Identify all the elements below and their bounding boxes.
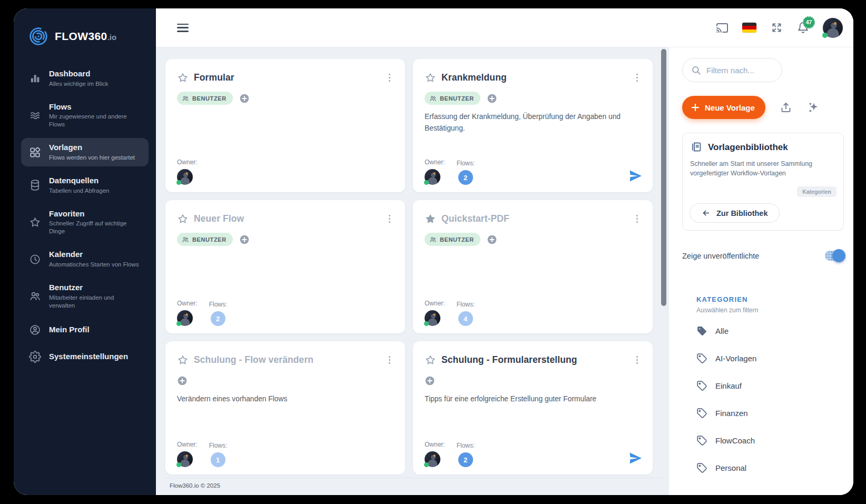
card-menu-button[interactable]: [386, 72, 393, 84]
add-tag-button[interactable]: [239, 234, 250, 245]
category-einkauf[interactable]: Einkauf: [696, 380, 844, 391]
library-description: Schneller am Start mit unserer Sammlung …: [690, 159, 836, 178]
card-menu-button[interactable]: [386, 354, 393, 366]
vertical-scrollbar[interactable]: [661, 49, 666, 306]
topbar: 47: [156, 8, 853, 47]
favorite-star-icon[interactable]: [177, 213, 189, 225]
card-schulung-flow-veraendern[interactable]: Schulung - Flow verändern Verändern eine…: [165, 341, 405, 475]
favorite-star-icon[interactable]: [177, 354, 189, 366]
tag-icon: [696, 353, 707, 364]
sidebar: FLOW360.io DashboardAlles wichtige im Bl…: [14, 8, 156, 495]
card-title: Quickstart-PDF: [441, 213, 509, 224]
favorite-star-icon-filled[interactable]: [425, 213, 436, 225]
sidebar-item-benutzer[interactable]: BenutzerMitarbeiter einladen und verwalt…: [21, 278, 149, 314]
sidebar-item-vorlagen[interactable]: VorlagenFlows werden von hier gestartet: [21, 138, 149, 166]
add-tag-button[interactable]: [177, 375, 188, 386]
card-formular[interactable]: Formular BENUTZER Owner:: [165, 59, 405, 192]
upload-template-icon[interactable]: [779, 101, 793, 114]
template-library-card: Vorlagenbibliothek Schneller am Start mi…: [682, 133, 844, 231]
owner-avatar[interactable]: [177, 169, 193, 185]
tag-icon: [696, 435, 707, 446]
categories-heading: KATEGORIEN: [696, 295, 844, 303]
brand-suffix: .io: [107, 33, 117, 42]
category-ai-vorlagen[interactable]: AI-Vorlagen: [696, 353, 844, 364]
owner-avatar[interactable]: [177, 310, 193, 326]
benutzer-badge: BENUTZER: [177, 92, 233, 105]
owner-avatar[interactable]: [425, 310, 440, 326]
card-quickstart-pdf[interactable]: Quickstart-PDF BENUTZER Owner:: [413, 200, 653, 333]
sidebar-item-kalender[interactable]: KalenderAutomatisches Starten von Flows: [21, 245, 149, 273]
add-tag-button[interactable]: [487, 234, 497, 245]
library-title: Vorlagenbibliothek: [708, 142, 788, 153]
card-title: Neuer Flow: [194, 213, 244, 224]
library-book-icon: [690, 141, 703, 154]
flows-count-badge: 1: [211, 452, 225, 467]
send-flow-icon[interactable]: [628, 169, 642, 183]
language-flag-german[interactable]: [742, 23, 756, 33]
card-schulung-formularerstellung[interactable]: Schulung - Formularerstellung Tipps für …: [413, 341, 653, 475]
favorite-star-icon[interactable]: [425, 354, 436, 366]
card-neuer-flow[interactable]: Neuer Flow BENUTZER Owner:: [165, 200, 405, 333]
owner-label: Owner:: [177, 441, 198, 448]
gear-icon: [28, 351, 41, 363]
card-krankmeldung[interactable]: Krankmeldung BENUTZER Erfassung der Kran…: [413, 59, 653, 192]
users-icon: [28, 290, 41, 302]
category-personal[interactable]: Personal: [696, 462, 844, 473]
category-finanzen[interactable]: Finanzen: [696, 408, 844, 419]
owner-avatar[interactable]: [177, 451, 193, 467]
notifications-bell-icon[interactable]: 47: [796, 22, 809, 34]
card-title: Formular: [194, 72, 234, 83]
search-icon: [691, 65, 701, 75]
star-icon: [28, 216, 41, 229]
owner-avatar[interactable]: [425, 169, 440, 185]
card-description: Verändern eines vorhanden Flows: [177, 393, 388, 404]
sidebar-item-systemeinstellungen[interactable]: Systemeinstellungen: [21, 346, 149, 368]
new-template-button[interactable]: Neue Vorlage: [682, 96, 765, 119]
card-menu-button[interactable]: [633, 213, 641, 225]
ai-sparkles-icon[interactable]: [806, 101, 820, 114]
fullscreen-icon[interactable]: [770, 22, 783, 34]
search-input[interactable]: [706, 66, 770, 75]
favorite-star-icon[interactable]: [177, 72, 189, 84]
sidebar-item-dashboard[interactable]: DashboardAlles wichtige im Blick: [21, 64, 149, 93]
clock-icon: [28, 253, 41, 265]
right-panel: Neue Vorlage Vorlagenbibliothek Schnelle…: [669, 47, 853, 495]
flows-label: Flows:: [457, 301, 475, 308]
send-flow-icon[interactable]: [628, 451, 642, 465]
add-tag-button[interactable]: [487, 93, 497, 104]
category-alle[interactable]: Alle: [696, 325, 844, 337]
templates-grid-icon: [28, 146, 41, 159]
tag-icon: [696, 462, 707, 473]
sidebar-item-flows[interactable]: FlowsMir zugewiesene und andere Flows: [21, 97, 149, 134]
category-flowcoach[interactable]: FlowCoach: [696, 435, 844, 446]
owner-label: Owner:: [425, 159, 445, 166]
screen-cast-icon[interactable]: [716, 22, 729, 34]
card-menu-button[interactable]: [633, 354, 641, 366]
benutzer-badge: BENUTZER: [425, 233, 480, 246]
show-unpublished-toggle[interactable]: [825, 251, 844, 261]
categories-section: KATEGORIEN Auswählen zum filtern Alle AI…: [696, 295, 844, 473]
card-description: Erfassung der Krankmeldung, Überprüfung …: [425, 111, 635, 134]
menu-toggle-button[interactable]: [177, 24, 189, 32]
sidebar-item-favoriten[interactable]: FavoritenSchneller Zugriff auf wichtige …: [21, 204, 149, 241]
sidebar-item-datenquellen[interactable]: DatenquellenTabellen und Abfragen: [21, 171, 149, 200]
database-icon: [28, 179, 41, 192]
sidebar-item-mein-profil[interactable]: Mein Profil: [21, 319, 149, 341]
card-title: Schulung - Flow verändern: [194, 354, 313, 365]
card-description: Tipps für eine erfolgreiche Erstellung g…: [425, 393, 635, 404]
add-tag-button[interactable]: [239, 93, 250, 104]
app-stage: FLOW360.io DashboardAlles wichtige im Bl…: [0, 0, 866, 504]
card-menu-button[interactable]: [633, 72, 641, 84]
favorite-star-icon[interactable]: [425, 72, 436, 84]
bar-chart-icon: [28, 72, 41, 85]
sidebar-nav: DashboardAlles wichtige im Blick FlowsMi…: [14, 61, 156, 376]
notification-count-badge: 47: [803, 16, 815, 28]
owner-label: Owner:: [425, 441, 445, 448]
brand-logo[interactable]: FLOW360.io: [14, 8, 156, 61]
add-tag-button[interactable]: [425, 375, 435, 386]
card-menu-button[interactable]: [386, 213, 393, 225]
filter-search-field[interactable]: [682, 58, 782, 82]
owner-avatar[interactable]: [425, 451, 440, 467]
to-library-button[interactable]: Zur Bibliothek: [690, 203, 780, 223]
user-avatar[interactable]: [823, 18, 843, 38]
